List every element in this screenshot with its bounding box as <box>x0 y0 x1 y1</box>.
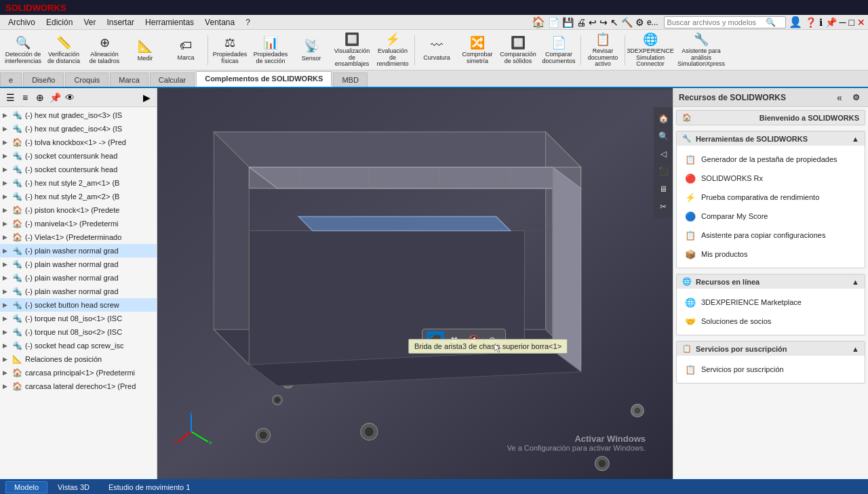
build-icon[interactable]: 🔨 <box>621 17 633 28</box>
print-icon[interactable]: 🖨 <box>576 17 586 28</box>
bottom-tab-estudio[interactable]: Estudio de movimiento 1 <box>100 481 199 493</box>
prueba-comparativa-item[interactable]: ⚡ Prueba comparativa de rendimiento <box>682 188 859 207</box>
alineacion-taladros-btn[interactable]: ⊕ Alineación de taladros <box>84 32 125 68</box>
tree-item-washer-2[interactable]: ▶ 🔩 (-) plain washer normal grad <box>0 258 157 271</box>
revisar-btn[interactable]: 📋 Revisar documento activo <box>583 32 623 68</box>
online-section-header[interactable]: 🌐 Recursos en línea ▲ <box>677 274 865 289</box>
new-file-icon[interactable]: 📄 <box>548 17 559 28</box>
solidworks-rx-item[interactable]: 🔴 SOLIDWORKS Rx <box>682 169 859 188</box>
subscription-section-header[interactable]: 📋 Servicios por suscripción ▲ <box>677 342 865 356</box>
window-min[interactable]: ─ <box>840 17 846 28</box>
sensor-btn[interactable]: 📡 Sensor <box>291 32 332 68</box>
tab-calcular[interactable]: Calcular <box>150 73 195 87</box>
menu-insertar[interactable]: Insertar <box>101 16 140 28</box>
options-icon[interactable]: ⚙ <box>635 17 644 28</box>
tab-croquis[interactable]: Croquis <box>65 73 108 87</box>
tree-item-washer-4[interactable]: ▶ 🔩 (-) plain washer normal grad <box>0 285 157 298</box>
menu-edicion[interactable]: Edición <box>41 16 78 28</box>
tab-ensamblaje[interactable]: e <box>0 73 22 87</box>
3dexperience-btn[interactable]: 🌐 3DEXPERIENCE Simulation Connector <box>627 32 674 68</box>
asistente-config-item[interactable]: 📋 Asistente para copiar configuraciones <box>682 226 859 245</box>
comparar-documentos-btn[interactable]: 📄 Comparar documentos <box>538 32 579 68</box>
tree-item-socket-cap[interactable]: ▶ 🔩 (-) socket head cap screw_isc <box>0 339 157 352</box>
tree-item-viela[interactable]: ▶ 🏠 (-) Viela<1> (Predeterminado <box>0 230 157 244</box>
home-icon[interactable]: 🏠 <box>532 16 545 28</box>
propiedades-seccion-btn[interactable]: 📊 Propiedades de sección <box>250 32 291 68</box>
tree-item-carcasa-principal[interactable]: ▶ 🏠 carcasa principal<1> (Predetermi <box>0 366 157 379</box>
tree-item-hex-nut-1[interactable]: ▶ 🔩 (-) hex nut gradec_iso<3> (IS <box>0 108 157 122</box>
tab-mbd[interactable]: MBD <box>333 73 367 87</box>
section-icon[interactable]: ✂ <box>655 199 671 215</box>
evaluacion-btn[interactable]: ⚡ Evaluación de rendimiento <box>372 32 413 68</box>
tree-item-socket-2[interactable]: ▶ 🔩 (-) socket countersunk head <box>0 163 157 176</box>
bottom-tab-modelo[interactable]: Modelo <box>5 481 47 493</box>
home-view-icon[interactable]: 🏠 <box>655 110 671 127</box>
bottom-tab-vistas[interactable]: Vistas 3D <box>49 481 98 493</box>
tree-item-hex-nut-2[interactable]: ▶ 🔩 (-) hex nut gradec_iso<4> (IS <box>0 122 157 136</box>
soluciones-socios-item[interactable]: 🤝 Soluciones de socios <box>682 312 859 331</box>
menu-herramientas[interactable]: Herramientas <box>140 16 199 28</box>
comprobar-simetria-btn[interactable]: 🔀 Comprobar simetría <box>457 32 498 68</box>
more-icon[interactable]: e... <box>647 18 658 27</box>
record-icon[interactable]: ⬛ <box>655 163 671 180</box>
deteccion-interferencias-btn[interactable]: 🔍 Detección de interferencias <box>3 32 43 68</box>
zoom-to-fit-icon[interactable]: 🔍 <box>655 128 671 144</box>
display-icon[interactable]: 🖥 <box>655 181 671 197</box>
tree-item-socket-btn[interactable]: ▶ 🔩 (-) socket button head screw <box>0 298 157 312</box>
tree-item-torque-nut-1[interactable]: ▶ 🔩 (-) torque nut 08_iso<1> (ISC <box>0 312 157 325</box>
tab-diseno[interactable]: Diseño <box>23 73 64 87</box>
generador-item[interactable]: 📋 Generador de la pestaña de propiedades <box>682 150 859 169</box>
menu-ver[interactable]: Ver <box>78 16 101 28</box>
filter-icon[interactable]: ☰ <box>3 90 18 105</box>
menu-ventana[interactable]: Ventana <box>199 16 240 28</box>
tab-complementos[interactable]: Complementos de SOLIDWORKS <box>196 71 332 87</box>
marca-btn[interactable]: 🏷 Marca <box>165 32 206 68</box>
asistente-btn[interactable]: 🔧 Asistente para análisis SimulationXpre… <box>674 32 728 68</box>
tree-item-socket-1[interactable]: ▶ 🔩 (-) socket countersunk head <box>0 149 157 163</box>
tree-item-hex-nut-style-2[interactable]: ▶ 🔩 (-) hex nut style 2_am<2> (B <box>0 190 157 203</box>
right-panel-collapse-btn[interactable]: « <box>833 91 846 104</box>
redo-icon[interactable]: ↪ <box>599 17 608 28</box>
comparar-score-item[interactable]: 🔵 Comparar My Score <box>682 207 859 226</box>
mis-productos-item[interactable]: 📦 Mis productos <box>682 245 859 264</box>
tree-item-hex-nut-style-1[interactable]: ▶ 🔩 (-) hex nut style 2_am<1> (B <box>0 176 157 190</box>
tools-section-header[interactable]: 🔧 Herramientas de SOLIDWORKS ▲ <box>677 131 865 146</box>
cursor-icon[interactable]: ↖ <box>610 17 618 28</box>
tree-item-washer-1[interactable]: ▶ 🔩 (-) plain washer normal grad <box>0 244 157 258</box>
medir-btn[interactable]: 📐 Medir <box>125 32 165 68</box>
servicios-suscripcion-item[interactable]: 📋 Servicios por suscripción <box>682 360 859 379</box>
tree-item-washer-3[interactable]: ▶ 🔩 (-) plain washer normal grad <box>0 271 157 285</box>
tree-item-manivela[interactable]: ▶ 🏠 (-) manivela<1> (Predetermi <box>0 217 157 230</box>
eye-icon[interactable]: 👁 <box>62 90 77 105</box>
3dexperience-marketplace-item[interactable]: 🌐 3DEXPERIENCE Marketplace <box>682 293 859 312</box>
undo-icon[interactable]: ↩ <box>589 17 597 28</box>
resources-icon[interactable]: ℹ <box>819 17 823 28</box>
save-icon[interactable]: 💾 <box>562 17 574 28</box>
pin-panel-icon[interactable]: 📌 <box>47 90 62 105</box>
right-panel-settings-btn[interactable]: ⚙ <box>849 91 863 104</box>
verificacion-distancia-btn[interactable]: 📏 Verificación de distancia <box>43 32 84 68</box>
list-view-icon[interactable]: ≡ <box>18 90 33 105</box>
user-icon[interactable]: 👤 <box>789 16 802 28</box>
pin-icon[interactable]: 📌 <box>825 17 837 28</box>
tree-item-piston[interactable]: ▶ 🏠 (-) piston knock<1> (Predete <box>0 203 157 217</box>
window-close[interactable]: ✕ <box>857 17 865 28</box>
curvatura-btn[interactable]: 〰 Curvatura <box>416 32 457 68</box>
3d-viewport[interactable]: 🏠 🔍 🔄 ✋ 📦 🔲 ✂ ⚙ ▶ ⊗ 🔆 🎨 💥 ▭ ▢ ✕ <box>157 88 673 479</box>
menu-help[interactable]: ? <box>240 16 256 28</box>
search-icon[interactable]: 🔍 <box>766 18 776 27</box>
comparacion-solidos-btn[interactable]: 🔲 Comparación de sólidos <box>498 32 538 68</box>
help-icon[interactable]: ❓ <box>805 17 816 28</box>
zoom-icon[interactable]: ⊕ <box>33 90 47 105</box>
previous-view-icon[interactable]: ◁ <box>655 146 671 162</box>
menu-archivo[interactable]: Archivo <box>3 16 41 28</box>
visualizacion-btn[interactable]: 🔲 Visualización de ensamblajes <box>332 32 372 68</box>
tree-item-torque-nut-2[interactable]: ▶ 🔩 (-) torque nut 08_iso<2> (ISC <box>0 325 157 339</box>
tree-item-relaciones[interactable]: ▶ 📐 Relaciones de posición <box>0 352 157 366</box>
welcome-section-header[interactable]: 🏠 Bienvenido a SOLIDWORKS <box>677 110 865 125</box>
window-max[interactable]: □ <box>849 17 854 28</box>
tab-marca[interactable]: Marca <box>110 73 149 87</box>
search-input[interactable] <box>667 18 766 26</box>
tree-item-tolva[interactable]: ▶ 🏠 (-) tolva knockbox<1> -> (Pred <box>0 136 157 149</box>
expand-icon[interactable]: ▶ <box>139 90 154 105</box>
